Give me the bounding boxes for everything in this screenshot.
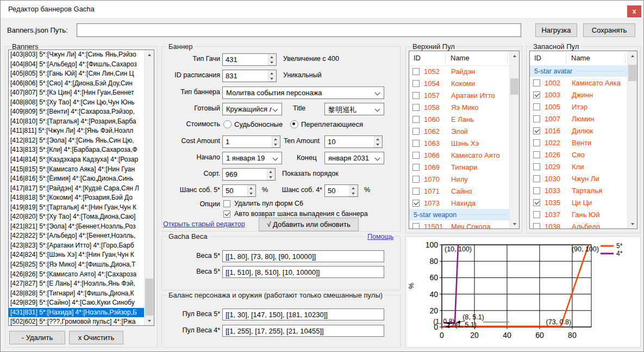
auto-return-chance-checkbox[interactable] <box>223 211 230 218</box>
banner-list-item[interactable]: [406|806] 5*:[Сяо] 4*:[Диона,Бэй Доу,Син <box>9 79 145 89</box>
banner-list-item[interactable]: [427|827] 5*:[Е Лань] 4*:[Ноэлль,Янь Фэй… <box>9 279 145 289</box>
pool-row[interactable]: 1071Сайно <box>409 185 510 197</box>
upper-pool-list[interactable]: ID Name 1052Райдэн1054Кокоми1057Аратаки … <box>409 51 520 229</box>
help-link[interactable]: Помощь <box>366 233 395 240</box>
pool-weights4-input[interactable] <box>222 325 384 337</box>
spin-up-icon[interactable] <box>349 186 357 191</box>
row-checkbox[interactable] <box>533 199 540 206</box>
row-checkbox[interactable] <box>533 187 540 194</box>
pool-row[interactable]: 1054Кокоми <box>409 77 510 89</box>
column-name[interactable]: Name <box>451 54 470 62</box>
banner-list-item[interactable]: [412|812] 5*:[Эола] 4*:[Синь Янь,Син Цю, <box>9 136 145 146</box>
cost-amount-spinner[interactable] <box>222 135 280 148</box>
spin-up-icon[interactable] <box>267 169 274 175</box>
spin-up-icon[interactable] <box>268 54 276 60</box>
banner-list-item[interactable]: [423|823] 5*:[Аратаки Итто] 4*:[Горо,Бар… <box>9 241 145 251</box>
cost-radio-fate[interactable] <box>223 120 232 128</box>
row-checkbox[interactable] <box>412 164 420 171</box>
title-combo[interactable]: 黎明巡礼 <box>324 103 384 115</box>
pool-row[interactable]: 1037Гань Юй <box>530 208 628 220</box>
row-checkbox[interactable] <box>412 200 420 207</box>
spin-down-icon[interactable] <box>247 192 255 197</box>
sort-spinner[interactable] <box>222 168 276 181</box>
row-checkbox[interactable] <box>412 104 420 111</box>
banner-list-item[interactable]: [429|829] 5*:[Сайно] 4*:[Саю,Куки Синобу <box>9 298 145 308</box>
row-checkbox[interactable] <box>533 91 540 98</box>
banner-list-item[interactable]: [428|828] 5*:[Тигнари] 4*:[Фишль,Диона,К <box>9 289 145 299</box>
scroll-down-icon[interactable] <box>145 316 154 325</box>
pool-row[interactable]: 1022Венти <box>530 137 628 149</box>
banner-type-combo[interactable]: Молитва события персонажа <box>222 87 384 99</box>
pool-row[interactable]: 1026Сяо <box>530 149 628 160</box>
pool-row[interactable]: 1030Чжун Ли <box>530 172 628 184</box>
weights4-input[interactable] <box>222 266 384 278</box>
scroll-down-icon[interactable] <box>510 219 519 229</box>
pool-row[interactable]: 11501Меч Сокола <box>409 220 510 229</box>
spin-down-icon[interactable] <box>268 60 276 66</box>
pool-row[interactable]: 1066Камисато Аято <box>409 149 510 161</box>
banner-list-item[interactable]: [424|824] 5*:[Шэнь Хэ] 4*:[Нин Гуан,Чун … <box>9 250 145 260</box>
row-checkbox[interactable] <box>533 103 540 110</box>
row-checkbox[interactable] <box>412 92 420 99</box>
scroll-down-icon[interactable] <box>628 219 637 229</box>
row-checkbox[interactable] <box>412 188 420 195</box>
cost-radio-intertwined[interactable] <box>290 120 298 128</box>
banner-list-item[interactable]: [405|805] 5*:[Гань Юй] 4*:[Сян Лин,Син Ц <box>9 69 145 79</box>
pool-row[interactable]: 1057Аратаки Итто <box>409 89 510 101</box>
scroll-thumb[interactable] <box>145 279 153 316</box>
pool-row[interactable]: 1052Райдэн <box>409 65 510 77</box>
spin-up-icon[interactable] <box>374 137 382 142</box>
pool-row[interactable]: 1069Тигнари <box>409 161 510 173</box>
start-date-combo[interactable]: 1 января 19 <box>222 152 282 164</box>
banner-list-item[interactable]: [416|816] 5*:[Ёимия] 4*:[Саю,Диона,Синь <box>9 174 145 184</box>
row-checkbox[interactable] <box>412 80 420 87</box>
spin-up-icon[interactable] <box>268 71 276 76</box>
scroll-up-icon[interactable] <box>510 51 519 60</box>
column-id[interactable]: ID <box>534 54 541 62</box>
banner-list-item[interactable]: [404|804] 5*:[Альбедо] 4*:[Фишль,Сахароз <box>9 60 145 70</box>
banner-list-item[interactable]: [502|602] 5*:[???,Громовой пульс] 4*:[Рж… <box>9 317 145 325</box>
banner-list-item[interactable]: [417|817] 5*:[Райдэн] 4*:[Кудзё Сара,Сян… <box>9 184 145 194</box>
row-checkbox[interactable] <box>533 223 540 229</box>
pool-row[interactable]: 1058Яэ Мико <box>409 101 510 113</box>
open-old-editor-link[interactable]: Открыть старый редактор <box>163 220 245 228</box>
banners-scrollbar[interactable] <box>144 50 154 325</box>
banner-list-item[interactable]: [425|825] 5*:[Яэ Мико] 4*:[Фишль,Диона,Т <box>9 260 145 270</box>
row-checkbox[interactable] <box>533 79 540 87</box>
reserve-pool-header[interactable]: ID Name <box>530 51 628 66</box>
banner-list-item[interactable]: [403|803] 5*:[Чжун Ли] 4*:[Синь Янь,Рэйз… <box>9 50 145 60</box>
upper-pool-scrollbar[interactable] <box>509 51 519 229</box>
row-checkbox[interactable] <box>412 223 420 229</box>
pool-row[interactable]: 1002Камисато Аяка <box>530 77 628 89</box>
row-checkbox[interactable] <box>412 152 420 159</box>
pool-row[interactable]: 1007Люмин <box>530 113 628 125</box>
scroll-up-icon[interactable] <box>628 51 637 60</box>
row-checkbox[interactable] <box>533 211 540 218</box>
scroll-thumb[interactable] <box>628 65 636 81</box>
banner-list-item[interactable]: [431|831] 5*:[Нахида] 4*:[Ноэлль,Рэйзор,… <box>9 308 145 318</box>
spin-down-icon[interactable] <box>349 192 357 197</box>
pool-row[interactable]: 1038Альбедо <box>530 220 628 229</box>
spin-up-icon[interactable] <box>272 137 279 142</box>
banner-list-item[interactable]: [408|808] 5*:[Ху Тао] 4*:[Син Цю,Чун Юнь <box>9 98 145 108</box>
path-input[interactable] <box>77 23 521 37</box>
scroll-up-icon[interactable] <box>145 50 154 59</box>
pool-row[interactable]: 1003Джинн <box>530 89 628 101</box>
spin-down-icon[interactable] <box>268 77 276 82</box>
banner-list-item[interactable]: [420|820] 5*:[Ху Тао] 4*:[Тома,Диона,Саю… <box>9 212 145 222</box>
pool-row[interactable]: 1063Шэнь Хэ <box>409 137 510 149</box>
pool-row[interactable]: 1035Ци Ци <box>530 196 628 208</box>
row-checkbox[interactable] <box>412 176 420 183</box>
reserve-pool-list[interactable]: ID Name 5-star avatar1002Камисато Аяка10… <box>529 51 637 229</box>
reserve-pool-scrollbar[interactable] <box>627 51 637 229</box>
row-checkbox[interactable] <box>533 115 540 122</box>
ten-amount-spinner[interactable] <box>324 135 383 148</box>
schedule-id-spinner[interactable] <box>222 70 277 82</box>
column-name[interactable]: Name <box>571 54 590 62</box>
chance5-spinner[interactable] <box>222 184 256 197</box>
banner-list-item[interactable]: [410|810] 5*:[Тарталья] 4*:[Розария,Барб… <box>9 117 145 127</box>
banner-list-item[interactable]: [426|826] 5*:[Камисато Аято] 4*:[Сахароз… <box>9 270 145 280</box>
pool-row[interactable]: 1062Элой <box>409 125 510 137</box>
pool-row[interactable]: 1033Тарталья <box>530 184 628 196</box>
spin-up-icon[interactable] <box>247 186 255 191</box>
